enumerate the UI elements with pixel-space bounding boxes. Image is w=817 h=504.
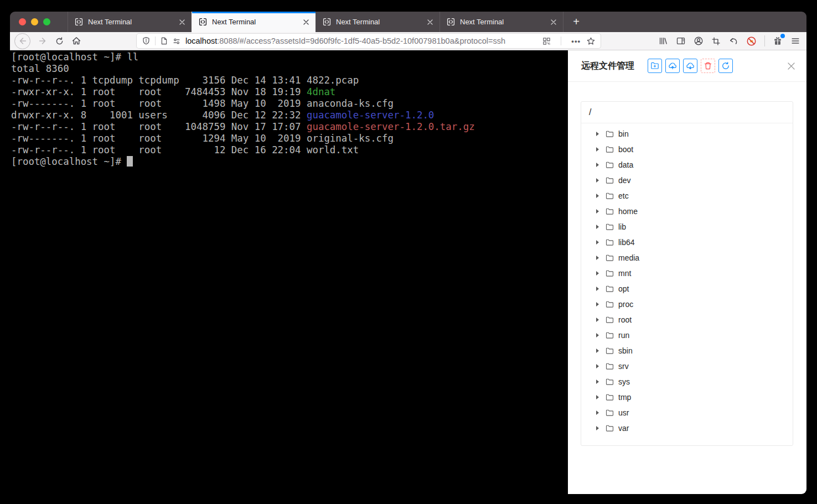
screenshot-icon[interactable] xyxy=(711,37,721,46)
folder-icon xyxy=(606,347,614,355)
tab-close-icon[interactable] xyxy=(427,19,433,25)
qr-code-icon[interactable] xyxy=(542,37,551,45)
undo-arrow-icon[interactable] xyxy=(728,36,738,46)
folder-icon xyxy=(606,146,614,153)
ssh-terminal[interactable]: [root@localhost ~]# ll total 8360 -rw-r-… xyxy=(10,50,568,494)
page-info-icon[interactable] xyxy=(160,37,168,45)
tree-item[interactable]: bin xyxy=(581,126,793,142)
address-bar[interactable]: localhost:8088/#/access?assetsId=9d60f9f… xyxy=(137,34,601,48)
expand-caret-icon[interactable] xyxy=(591,426,604,430)
browser-tab[interactable]: Next Terminal xyxy=(316,12,439,32)
expand-caret-icon[interactable] xyxy=(591,364,604,368)
expand-caret-icon[interactable] xyxy=(591,132,604,136)
tree-item-label: home xyxy=(618,207,638,216)
refresh-button[interactable] xyxy=(718,59,733,73)
folder-icon xyxy=(606,424,614,432)
expand-caret-icon[interactable] xyxy=(591,318,604,322)
reload-button[interactable] xyxy=(55,37,64,46)
tree-item[interactable]: tmp xyxy=(581,389,793,405)
minimize-window-button[interactable] xyxy=(31,18,38,25)
browser-tab[interactable]: Next Terminal xyxy=(192,12,316,32)
tree-item[interactable]: lib64 xyxy=(581,235,793,250)
expand-caret-icon[interactable] xyxy=(591,256,604,260)
expand-caret-icon[interactable] xyxy=(591,349,604,353)
expand-caret-icon[interactable] xyxy=(591,209,604,214)
expand-caret-icon[interactable] xyxy=(591,395,604,399)
tab-title: Next Terminal xyxy=(88,18,174,26)
panel-close-icon[interactable] xyxy=(787,62,795,70)
tracking-protection-shield-icon[interactable] xyxy=(142,37,151,45)
terminal-output: [root@localhost ~]# ll total 8360 -rw-r-… xyxy=(10,50,568,168)
expand-caret-icon[interactable] xyxy=(591,411,604,415)
new-folder-button[interactable] xyxy=(648,59,662,73)
file-tree: bin boot data dev xyxy=(581,123,793,436)
maximize-window-button[interactable] xyxy=(43,18,50,25)
tree-item[interactable]: media xyxy=(581,250,793,266)
urlbar-actions: ••• xyxy=(542,37,596,46)
folder-icon xyxy=(606,393,614,401)
tree-item-label: var xyxy=(618,424,629,433)
file-manager-header: 远程文件管理 xyxy=(568,50,806,82)
nav-buttons xyxy=(10,33,81,49)
whats-new-gift-icon[interactable] xyxy=(773,36,783,46)
tree-item[interactable]: data xyxy=(581,157,793,173)
notification-dot xyxy=(780,34,785,38)
tree-item[interactable]: dev xyxy=(581,173,793,188)
tab-title: Next Terminal xyxy=(212,18,298,26)
url-text[interactable]: localhost:8088/#/access?assetsId=9d60f9f… xyxy=(185,37,542,45)
tree-item[interactable]: etc xyxy=(581,188,793,204)
home-button[interactable] xyxy=(71,36,81,46)
folder-icon xyxy=(606,331,614,339)
library-icon[interactable] xyxy=(658,36,668,46)
new-tab-button[interactable]: + xyxy=(563,12,589,32)
menu-hamburger-icon[interactable] xyxy=(790,36,800,46)
expand-caret-icon[interactable] xyxy=(591,225,604,229)
upload-button[interactable] xyxy=(665,59,680,73)
tree-item[interactable]: mnt xyxy=(581,266,793,281)
account-icon[interactable] xyxy=(694,36,704,46)
tree-item[interactable]: srv xyxy=(581,358,793,374)
expand-caret-icon[interactable] xyxy=(591,287,604,291)
expand-caret-icon[interactable] xyxy=(591,380,604,384)
folder-icon xyxy=(606,409,614,417)
bookmark-star-icon[interactable] xyxy=(586,37,596,46)
content-blocker-extension-icon[interactable] xyxy=(746,36,757,46)
expand-caret-icon[interactable] xyxy=(591,271,604,276)
back-button[interactable] xyxy=(14,33,30,49)
tree-item[interactable]: sys xyxy=(581,374,793,389)
tree-item[interactable]: opt xyxy=(581,281,793,297)
tree-item[interactable]: boot xyxy=(581,142,793,157)
delete-button[interactable] xyxy=(701,59,715,73)
expand-caret-icon[interactable] xyxy=(591,333,604,337)
tab-close-icon[interactable] xyxy=(303,19,309,25)
tree-item[interactable]: proc xyxy=(581,297,793,312)
tree-item[interactable]: usr xyxy=(581,405,793,420)
tree-item[interactable]: var xyxy=(581,420,793,436)
tree-item-label: opt xyxy=(618,284,629,293)
browser-tab[interactable]: Next Terminal xyxy=(439,12,563,32)
close-window-button[interactable] xyxy=(19,18,26,25)
expand-caret-icon[interactable] xyxy=(591,302,604,306)
permissions-icon[interactable] xyxy=(172,37,181,45)
expand-caret-icon[interactable] xyxy=(591,163,604,167)
expand-caret-icon[interactable] xyxy=(591,178,604,183)
tree-item-label: srv xyxy=(618,362,629,371)
forward-button[interactable] xyxy=(38,36,48,46)
sidebar-toggle-icon[interactable] xyxy=(676,36,686,46)
expand-caret-icon[interactable] xyxy=(591,240,604,245)
file-tree-card: / bin boot data xyxy=(581,101,793,446)
download-button[interactable] xyxy=(683,59,697,73)
tree-item-label: lib64 xyxy=(618,238,635,247)
tree-item[interactable]: sbin xyxy=(581,343,793,358)
tree-item[interactable]: lib xyxy=(581,219,793,235)
tree-item[interactable]: root xyxy=(581,312,793,328)
expand-caret-icon[interactable] xyxy=(591,194,604,198)
folder-icon xyxy=(606,269,614,277)
tab-close-icon[interactable] xyxy=(551,19,556,25)
browser-tab[interactable]: Next Terminal xyxy=(68,12,192,32)
tree-item[interactable]: home xyxy=(581,204,793,219)
expand-caret-icon[interactable] xyxy=(591,147,604,152)
page-actions-icon[interactable]: ••• xyxy=(571,37,581,45)
tree-item[interactable]: run xyxy=(581,328,793,343)
tab-close-icon[interactable] xyxy=(179,19,185,25)
